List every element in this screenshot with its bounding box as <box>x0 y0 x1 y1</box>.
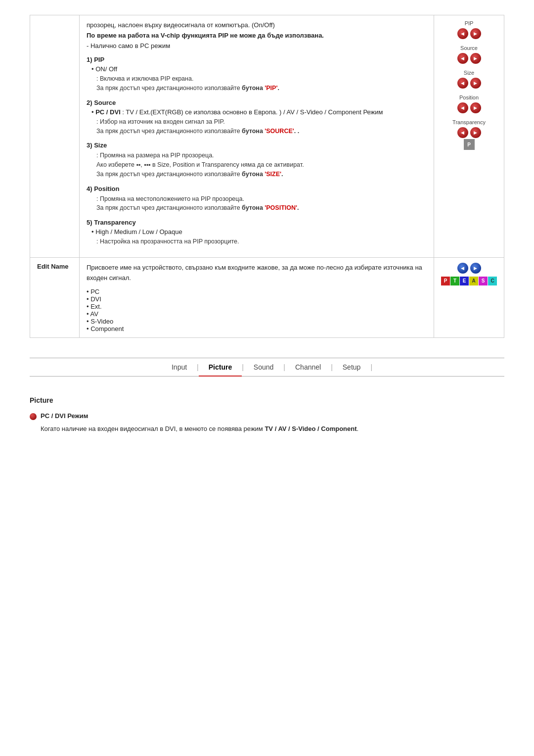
pip-icon-label-source: Source <box>441 45 497 51</box>
size-arrow-left[interactable] <box>457 78 468 89</box>
pip-intro: прозорец, наслоен върху видеосигнала от … <box>87 20 427 51</box>
editname-bullet-svideo: • S-Video <box>87 318 427 325</box>
pip-highlight-pip: 'PIP' <box>265 85 277 92</box>
main-table: прозорец, наслоен върху видеосигнала от … <box>30 15 504 338</box>
pip-icon-label-transparency: Transparency <box>441 119 497 125</box>
pip-item-3-desc: : Промяна на размера на PIP прозореца. А… <box>96 151 427 179</box>
pip-icon-group-source: Source <box>441 45 497 64</box>
page-wrapper: прозорец, наслоен върху видеосигнала от … <box>0 0 534 449</box>
editname-bullet-ext: • Ext. <box>87 303 427 310</box>
nav-sep-5: | <box>370 363 372 371</box>
pip-item-5-sub1: • High / Medium / Low / Opaque <box>91 228 427 236</box>
editname-desc: Присвоете име на устройството, свързано … <box>87 263 427 284</box>
pip-icon-label-pip: PIP <box>441 20 497 26</box>
editname-label-cell: Edit Name <box>30 257 80 338</box>
pip-item-3-desc-bold: бутона 'SIZE'. <box>242 171 283 178</box>
editname-arrow-left[interactable] <box>457 263 468 274</box>
pip-icon-row-size <box>441 78 497 89</box>
pteasc-row: P T E A S C <box>441 277 497 285</box>
pteasc-c: C <box>488 277 497 285</box>
editname-arrow-row <box>441 263 497 274</box>
pip-icon-row-p: P <box>441 139 497 150</box>
pip-icon-row-pip <box>441 28 497 39</box>
section-pip-2: 2) Source • PC / DVI : TV / Ext.(EXT(RGB… <box>87 99 427 136</box>
picture-section: Picture PC / DVI Режим Когато наличие на… <box>30 396 504 434</box>
pip-icon-label-size: Size <box>441 70 497 76</box>
nav-item-picture[interactable]: Picture <box>199 363 242 371</box>
position-arrow-right[interactable] <box>470 102 481 113</box>
pc-dvi-bullet <box>30 413 37 420</box>
transparency-arrow-right[interactable] <box>470 127 481 138</box>
source-arrow-right[interactable] <box>470 53 481 64</box>
editname-content-cell: Присвоете име на устройството, свързано … <box>80 257 434 338</box>
section-pip-3: 3) Size : Промяна на размера на PIP проз… <box>87 142 427 179</box>
pip-icon-row-source <box>441 53 497 64</box>
nav-item-sound[interactable]: Sound <box>244 363 283 371</box>
pc-dvi-row: PC / DVI Режим <box>30 412 504 420</box>
pip-label-cell <box>30 15 80 258</box>
section-pip-4: 4) Position : Промяна на местоположениет… <box>87 185 427 213</box>
pip-item-4-desc: : Промяна на местоположението на PIP про… <box>96 194 427 213</box>
pip-item-2-title: 2) Source <box>87 99 427 106</box>
pip-item-1-title: 1) PIP <box>87 56 427 63</box>
pip-arrow-right[interactable] <box>470 28 481 39</box>
section-pip-5: 5) Transparency • High / Medium / Low / … <box>87 219 427 246</box>
pip-item-2-desc-bold: бутона 'SOURCE'. . <box>242 128 299 135</box>
editname-icons-cell: P T E A S C <box>434 257 504 338</box>
pip-item-4-desc-bold: бутона 'POSITION'. <box>242 204 299 211</box>
pc-dvi-desc-bold: TV / AV / S-Video / Component <box>265 425 356 432</box>
table-row-pip: прозорец, наслоен върху видеосигнала от … <box>30 15 504 258</box>
pip-highlight-source: 'SOURCE' <box>265 128 294 135</box>
transparency-arrow-left[interactable] <box>457 127 468 138</box>
editname-bullet-pc: • PC <box>87 288 427 295</box>
nav-bar: Input | Picture | Sound | Channel | Setu… <box>30 358 504 377</box>
source-arrow-left[interactable] <box>457 53 468 64</box>
pip-highlight-size: 'SIZE' <box>265 171 281 178</box>
pip-item-5-desc: : Настройка на прозрачността на PIP проз… <box>96 237 427 246</box>
pc-dvi-title: PC / DVI Режим <box>41 412 88 420</box>
pip-icons-cell: PIP Source <box>434 15 504 258</box>
pc-dvi-content: PC / DVI Режим <box>41 412 88 420</box>
pip-icon-row-transparency <box>441 127 497 138</box>
pip-icon-group-pip: PIP <box>441 20 497 39</box>
pip-item-1-desc-bold: бутона 'PIP'. <box>242 85 279 92</box>
pip-item-4-title: 4) Position <box>87 185 427 192</box>
pip-item-2-sub1: • PC / DVI : TV / Ext.(EXT(RGB) се изпол… <box>91 108 427 116</box>
pteasc-p: P <box>441 277 450 285</box>
pip-content-cell: прозорец, наслоен върху видеосигнала от … <box>80 15 434 258</box>
pip-item-2-sub1-bold: PC / DVI <box>95 108 121 116</box>
pip-icon-label-position: Position <box>441 94 497 100</box>
pip-item-5-title: 5) Transparency <box>87 219 427 226</box>
nav-item-input[interactable]: Input <box>162 363 197 371</box>
pip-item-1-desc: : Включва и изключва PIP екрана. За пряк… <box>96 74 427 93</box>
pteasc-e: E <box>460 277 469 285</box>
editname-bullet-component: • Component <box>87 325 427 332</box>
pteasc-t: T <box>450 277 459 285</box>
pip-intro-note: - Налично само в PC режим <box>87 42 170 49</box>
pc-dvi-desc: Когато наличие на входен видеосигнал в D… <box>41 424 504 434</box>
editname-bullet-av: • AV <box>87 310 427 318</box>
pc-dvi-desc-end: . <box>357 425 359 432</box>
editname-label: Edit Name <box>37 263 69 270</box>
table-row-editname: Edit Name Присвоете име на устройството,… <box>30 257 504 338</box>
pip-arrow-left[interactable] <box>457 28 468 39</box>
pip-item-1-sub1: • ON/ Off <box>91 65 427 73</box>
pc-dvi-desc-start: Когато наличие на входен видеосигнал в D… <box>41 425 265 432</box>
pip-icon-group-position: Position <box>441 94 497 113</box>
nav-item-setup[interactable]: Setup <box>333 363 371 371</box>
section-pip-1: 1) PIP • ON/ Off : Включва и изключва PI… <box>87 56 427 93</box>
pip-icon-row-position <box>441 102 497 113</box>
editname-bullet-dvi: • DVI <box>87 295 427 303</box>
pteasc-s: S <box>479 277 488 285</box>
nav-item-channel[interactable]: Channel <box>285 363 331 371</box>
pip-item-2-desc: : Избор на източник на входен сигнал за … <box>96 117 427 136</box>
size-arrow-right[interactable] <box>470 78 481 89</box>
position-arrow-left[interactable] <box>457 102 468 113</box>
pip-item-3-title: 3) Size <box>87 142 427 149</box>
pip-icon-group-transparency: Transparency P <box>441 119 497 150</box>
pteasc-a: A <box>469 277 478 285</box>
transparency-p-button[interactable]: P <box>464 139 475 150</box>
editname-arrow-right[interactable] <box>470 263 481 274</box>
pip-icon-group-size: Size <box>441 70 497 89</box>
picture-section-title: Picture <box>30 396 504 404</box>
